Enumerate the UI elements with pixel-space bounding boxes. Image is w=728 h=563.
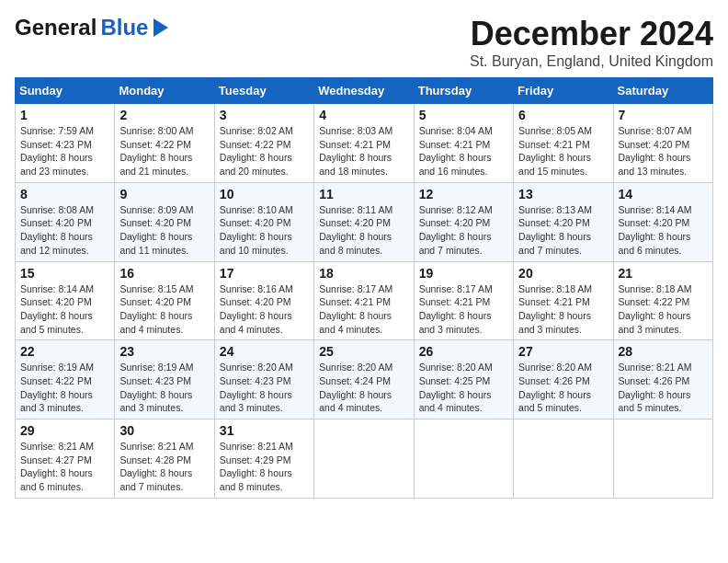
day-info: Sunrise: 8:15 AMSunset: 4:20 PMDaylight:… [119, 282, 209, 337]
day-info: Sunrise: 8:04 AMSunset: 4:21 PMDaylight:… [419, 124, 508, 178]
day-number: 21 [619, 266, 708, 281]
day-info: Sunrise: 8:08 AMSunset: 4:20 PMDaylight:… [20, 203, 109, 258]
day-info: Sunrise: 8:20 AMSunset: 4:26 PMDaylight:… [518, 361, 608, 415]
calendar-cell: 10Sunrise: 8:10 AMSunset: 4:20 PMDayligh… [214, 182, 313, 261]
day-info: Sunrise: 7:59 AMSunset: 4:23 PMDaylight:… [20, 124, 109, 178]
calendar-cell [314, 419, 414, 499]
calendar-cell: 8Sunrise: 8:08 AMSunset: 4:20 PMDaylight… [16, 182, 115, 261]
day-number: 30 [119, 423, 209, 438]
day-info: Sunrise: 8:14 AMSunset: 4:20 PMDaylight:… [619, 203, 708, 258]
day-info: Sunrise: 8:19 AMSunset: 4:22 PMDaylight:… [20, 361, 109, 415]
day-number: 19 [419, 266, 508, 281]
calendar-cell: 14Sunrise: 8:14 AMSunset: 4:20 PMDayligh… [613, 182, 712, 261]
day-number: 18 [319, 266, 408, 281]
day-info: Sunrise: 8:21 AMSunset: 4:27 PMDaylight:… [20, 440, 109, 494]
weekday-header-sunday: Sunday [16, 78, 115, 104]
logo-general-text: General [15, 15, 97, 40]
day-number: 10 [220, 187, 309, 201]
day-number: 26 [419, 344, 508, 359]
weekday-header-friday: Friday [514, 78, 613, 104]
day-info: Sunrise: 8:17 AMSunset: 4:21 PMDaylight:… [319, 282, 408, 337]
day-number: 13 [518, 187, 608, 201]
calendar-cell [613, 419, 712, 499]
calendar-cell: 21Sunrise: 8:18 AMSunset: 4:22 PMDayligh… [613, 261, 712, 340]
calendar-cell [414, 419, 513, 499]
calendar-week-1: 1Sunrise: 7:59 AMSunset: 4:23 PMDaylight… [16, 104, 713, 183]
day-number: 15 [20, 266, 109, 281]
calendar-cell: 29Sunrise: 8:21 AMSunset: 4:27 PMDayligh… [16, 419, 115, 499]
weekday-header-thursday: Thursday [414, 78, 513, 104]
day-info: Sunrise: 8:21 AMSunset: 4:28 PMDaylight:… [119, 440, 209, 494]
day-info: Sunrise: 8:13 AMSunset: 4:20 PMDaylight:… [518, 203, 608, 258]
day-number: 14 [619, 187, 708, 201]
calendar-cell: 9Sunrise: 8:09 AMSunset: 4:20 PMDaylight… [115, 182, 214, 261]
day-number: 11 [319, 187, 408, 201]
day-info: Sunrise: 8:16 AMSunset: 4:20 PMDaylight:… [220, 282, 309, 337]
calendar-cell: 13Sunrise: 8:13 AMSunset: 4:20 PMDayligh… [514, 182, 613, 261]
calendar-cell: 18Sunrise: 8:17 AMSunset: 4:21 PMDayligh… [314, 261, 414, 340]
calendar-cell: 19Sunrise: 8:17 AMSunset: 4:21 PMDayligh… [414, 261, 513, 340]
day-number: 29 [20, 423, 109, 438]
day-number: 27 [518, 344, 608, 359]
calendar-cell: 31Sunrise: 8:21 AMSunset: 4:29 PMDayligh… [214, 419, 313, 499]
calendar-cell [514, 419, 613, 499]
day-number: 20 [518, 266, 608, 281]
calendar-cell: 12Sunrise: 8:12 AMSunset: 4:20 PMDayligh… [414, 182, 513, 261]
calendar-cell: 6Sunrise: 8:05 AMSunset: 4:21 PMDaylight… [514, 104, 613, 183]
calendar-cell: 26Sunrise: 8:20 AMSunset: 4:25 PMDayligh… [414, 340, 513, 419]
calendar-week-3: 15Sunrise: 8:14 AMSunset: 4:20 PMDayligh… [16, 261, 713, 340]
day-number: 9 [119, 187, 209, 201]
weekday-header-saturday: Saturday [613, 78, 712, 104]
day-number: 16 [119, 266, 209, 281]
day-info: Sunrise: 8:11 AMSunset: 4:20 PMDaylight:… [319, 203, 408, 258]
day-number: 25 [319, 344, 408, 359]
day-info: Sunrise: 8:17 AMSunset: 4:21 PMDaylight:… [419, 282, 508, 337]
calendar-cell: 22Sunrise: 8:19 AMSunset: 4:22 PMDayligh… [16, 340, 115, 419]
calendar-week-5: 29Sunrise: 8:21 AMSunset: 4:27 PMDayligh… [16, 419, 713, 499]
day-number: 3 [220, 108, 309, 122]
day-info: Sunrise: 8:03 AMSunset: 4:21 PMDaylight:… [319, 124, 408, 178]
day-info: Sunrise: 8:20 AMSunset: 4:23 PMDaylight:… [220, 361, 309, 415]
day-number: 17 [220, 266, 309, 281]
location-title: St. Buryan, England, United Kingdom [470, 53, 713, 70]
calendar-cell: 24Sunrise: 8:20 AMSunset: 4:23 PMDayligh… [214, 340, 313, 419]
calendar-week-2: 8Sunrise: 8:08 AMSunset: 4:20 PMDaylight… [16, 182, 713, 261]
logo-blue-text: Blue [100, 15, 148, 40]
day-info: Sunrise: 8:14 AMSunset: 4:20 PMDaylight:… [20, 282, 109, 337]
day-info: Sunrise: 8:02 AMSunset: 4:22 PMDaylight:… [220, 124, 309, 178]
day-number: 6 [518, 108, 608, 122]
day-number: 12 [419, 187, 508, 201]
logo-arrow-icon [154, 18, 168, 37]
calendar-cell: 4Sunrise: 8:03 AMSunset: 4:21 PMDaylight… [314, 104, 414, 183]
calendar-cell: 28Sunrise: 8:21 AMSunset: 4:26 PMDayligh… [613, 340, 712, 419]
day-info: Sunrise: 8:18 AMSunset: 4:21 PMDaylight:… [518, 282, 608, 337]
day-info: Sunrise: 8:21 AMSunset: 4:29 PMDaylight:… [220, 440, 309, 494]
calendar-cell: 1Sunrise: 7:59 AMSunset: 4:23 PMDaylight… [16, 104, 115, 183]
day-info: Sunrise: 8:05 AMSunset: 4:21 PMDaylight:… [518, 124, 608, 178]
day-info: Sunrise: 8:18 AMSunset: 4:22 PMDaylight:… [619, 282, 708, 337]
calendar-table: SundayMondayTuesdayWednesdayThursdayFrid… [15, 77, 713, 499]
day-number: 28 [619, 344, 708, 359]
day-number: 8 [20, 187, 109, 201]
day-info: Sunrise: 8:12 AMSunset: 4:20 PMDaylight:… [419, 203, 508, 258]
day-number: 24 [220, 344, 309, 359]
calendar-cell: 23Sunrise: 8:19 AMSunset: 4:23 PMDayligh… [115, 340, 214, 419]
day-info: Sunrise: 8:20 AMSunset: 4:24 PMDaylight:… [319, 361, 408, 415]
day-info: Sunrise: 8:10 AMSunset: 4:20 PMDaylight:… [220, 203, 309, 258]
calendar-cell: 3Sunrise: 8:02 AMSunset: 4:22 PMDaylight… [214, 104, 313, 183]
day-info: Sunrise: 8:21 AMSunset: 4:26 PMDaylight:… [619, 361, 708, 415]
day-number: 2 [119, 108, 209, 122]
day-info: Sunrise: 8:19 AMSunset: 4:23 PMDaylight:… [119, 361, 209, 415]
calendar-cell: 20Sunrise: 8:18 AMSunset: 4:21 PMDayligh… [514, 261, 613, 340]
calendar-cell: 25Sunrise: 8:20 AMSunset: 4:24 PMDayligh… [314, 340, 414, 419]
calendar-cell: 27Sunrise: 8:20 AMSunset: 4:26 PMDayligh… [514, 340, 613, 419]
day-number: 1 [20, 108, 109, 122]
day-info: Sunrise: 8:20 AMSunset: 4:25 PMDaylight:… [419, 361, 508, 415]
title-area: December 2024 St. Buryan, England, Unite… [470, 15, 713, 70]
calendar-cell: 11Sunrise: 8:11 AMSunset: 4:20 PMDayligh… [314, 182, 414, 261]
weekday-header-monday: Monday [115, 78, 214, 104]
month-title: December 2024 [470, 15, 713, 53]
day-info: Sunrise: 8:09 AMSunset: 4:20 PMDaylight:… [119, 203, 209, 258]
day-number: 5 [419, 108, 508, 122]
weekday-header-tuesday: Tuesday [214, 78, 313, 104]
